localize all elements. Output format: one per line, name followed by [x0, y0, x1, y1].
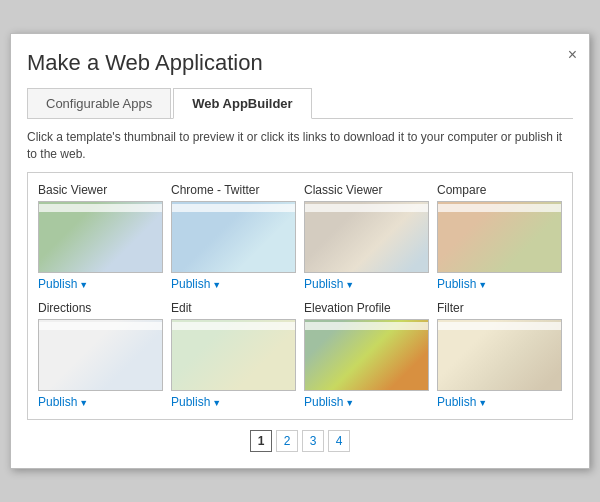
- card-thumbnail-chrome-twitter[interactable]: [171, 201, 296, 273]
- card-title-basic-viewer: Basic Viewer: [38, 183, 163, 197]
- tab-configurable-apps[interactable]: Configurable Apps: [27, 88, 171, 118]
- description-text: Click a template's thumbnail to preview …: [27, 129, 573, 163]
- page-button-2[interactable]: 2: [276, 430, 298, 452]
- card-filter: FilterPublish: [437, 301, 562, 409]
- card-thumbnail-classic-viewer[interactable]: [304, 201, 429, 273]
- card-thumbnail-filter[interactable]: [437, 319, 562, 391]
- card-thumbnail-elevation-profile[interactable]: [304, 319, 429, 391]
- page-button-1[interactable]: 1: [250, 430, 272, 452]
- card-thumbnail-basic-viewer[interactable]: [38, 201, 163, 273]
- pagination: 1234: [27, 430, 573, 452]
- page-button-4[interactable]: 4: [328, 430, 350, 452]
- card-title-compare: Compare: [437, 183, 562, 197]
- publish-button-filter[interactable]: Publish: [437, 395, 562, 409]
- card-chrome-twitter: Chrome - TwitterPublish: [171, 183, 296, 291]
- publish-button-compare[interactable]: Publish: [437, 277, 562, 291]
- tab-web-appbuilder[interactable]: Web AppBuilder: [173, 88, 311, 119]
- tabs-container: Configurable Apps Web AppBuilder: [27, 88, 573, 119]
- card-elevation-profile: Elevation ProfilePublish: [304, 301, 429, 409]
- publish-button-basic-viewer[interactable]: Publish: [38, 277, 163, 291]
- templates-grid-container: Basic ViewerPublishChrome - TwitterPubli…: [27, 172, 573, 420]
- card-title-elevation-profile: Elevation Profile: [304, 301, 429, 315]
- card-title-filter: Filter: [437, 301, 562, 315]
- card-title-chrome-twitter: Chrome - Twitter: [171, 183, 296, 197]
- card-directions: DirectionsPublish: [38, 301, 163, 409]
- close-button[interactable]: ×: [568, 46, 577, 64]
- publish-button-directions[interactable]: Publish: [38, 395, 163, 409]
- publish-button-chrome-twitter[interactable]: Publish: [171, 277, 296, 291]
- dialog: Make a Web Application × Configurable Ap…: [10, 33, 590, 470]
- card-thumbnail-edit[interactable]: [171, 319, 296, 391]
- card-thumbnail-directions[interactable]: [38, 319, 163, 391]
- card-classic-viewer: Classic ViewerPublish: [304, 183, 429, 291]
- card-thumbnail-compare[interactable]: [437, 201, 562, 273]
- card-title-classic-viewer: Classic Viewer: [304, 183, 429, 197]
- card-title-edit: Edit: [171, 301, 296, 315]
- card-basic-viewer: Basic ViewerPublish: [38, 183, 163, 291]
- dialog-title: Make a Web Application: [27, 50, 573, 76]
- card-compare: ComparePublish: [437, 183, 562, 291]
- card-edit: EditPublish: [171, 301, 296, 409]
- card-title-directions: Directions: [38, 301, 163, 315]
- templates-grid: Basic ViewerPublishChrome - TwitterPubli…: [38, 183, 562, 409]
- publish-button-edit[interactable]: Publish: [171, 395, 296, 409]
- publish-button-classic-viewer[interactable]: Publish: [304, 277, 429, 291]
- publish-button-elevation-profile[interactable]: Publish: [304, 395, 429, 409]
- page-button-3[interactable]: 3: [302, 430, 324, 452]
